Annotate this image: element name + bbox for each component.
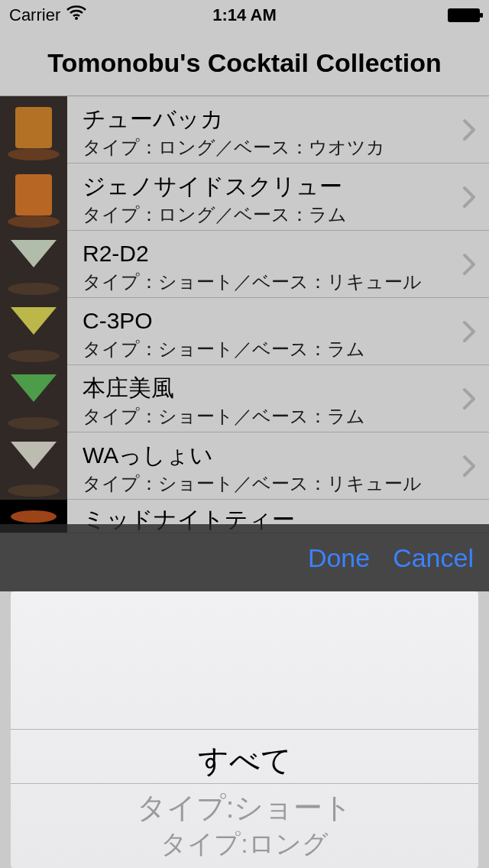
picker-option-selected[interactable]: すべて [11,740,478,782]
picker-toolbar: Done Cancel [0,524,489,591]
done-button[interactable]: Done [308,543,370,573]
picker-option[interactable]: タイプ:ロング [11,827,478,862]
filter-picker[interactable]: すべて タイプ:ショート タイプ:ロング [11,591,478,868]
cancel-button[interactable]: Cancel [393,543,474,573]
picker-option[interactable]: タイプ:ショート [11,789,478,828]
